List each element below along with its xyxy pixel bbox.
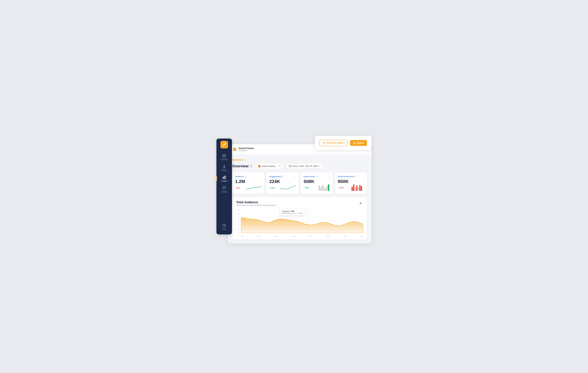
stat-card-brand-awareness: Brand Awareness i ⤢ 950K - 123% (335, 172, 367, 194)
sidebar-item-label-help: Help (222, 228, 226, 230)
chart-subtitle: Total audience growth during the reporti… (236, 204, 276, 206)
analytics-section-label: Analytics i (232, 158, 367, 161)
date-range-text: Nov 21, 2023 - Dec 10, 2024 (292, 165, 317, 167)
analytics-label-text: Analytics (232, 158, 243, 161)
engagement-expand-icon[interactable]: ⤢ (294, 175, 296, 178)
svg-rect-12 (224, 177, 225, 179)
svg-rect-11 (223, 177, 223, 179)
stats-row: Audience i → 1.2M - 25% (232, 172, 367, 194)
chart-y-axis: 60 50 40 30 20 10 0 (236, 209, 240, 233)
stat-card-engagement: Engagement i ⤢ 224K + 25% (266, 172, 298, 194)
brand-value: 950K (338, 179, 364, 184)
sidebar-item-engage[interactable]: Engage (216, 184, 232, 195)
overview-title: Overview i (232, 164, 252, 168)
brand-change: - 123% (338, 187, 344, 189)
schedule-report-button[interactable]: Schedule Report (319, 140, 348, 146)
workspace-label: Workspace (239, 150, 254, 152)
engagement-value: 224K (269, 179, 296, 184)
svg-rect-24 (289, 165, 291, 167)
svg-rect-9 (224, 156, 224, 157)
sidebar-item-label-analyze: Analyze (221, 180, 227, 182)
sidebar-item-help[interactable]: Help (216, 221, 232, 232)
account-icon: f (258, 165, 261, 167)
chart-area-main: Followers: 23K Wednesday, June 17, 2023 (241, 209, 363, 233)
brand-name: Social Champ (239, 147, 254, 150)
date-chevron-icon (319, 165, 321, 167)
clock-icon (323, 142, 325, 144)
sidebar-item-publish[interactable]: Publish (216, 163, 232, 173)
download-icon (353, 142, 356, 144)
audience-value: 1.2M (235, 179, 262, 184)
svg-rect-6 (224, 156, 224, 156)
account-filter[interactable]: f Social Champ ✕ (255, 163, 284, 169)
stat-card-impressions: Impressions i ⤢ 508K + 33% (301, 172, 333, 194)
svg-rect-5 (223, 156, 224, 156)
tooltip-date: Wednesday, June 17, 2023 (282, 212, 303, 214)
sidebar-item-label-engage: Engage (221, 191, 227, 193)
chart-download-button[interactable] (358, 200, 363, 206)
sidebar: Calendar Publish Analyze (216, 139, 232, 234)
app-container: Calendar Publish Analyze (216, 136, 372, 237)
impressions-bars (319, 184, 330, 191)
chart-title: Total Audience (236, 200, 276, 204)
audience-arrow-icon[interactable]: → (260, 175, 262, 178)
impressions-change: + 33% (304, 187, 309, 189)
chart-wrapper: 60 50 40 30 20 10 0 (236, 209, 363, 237)
audience-change: - 25% (235, 187, 240, 189)
analytics-info-icon: i (245, 159, 247, 161)
stat-card-audience: Audience i → 1.2M - 25% (232, 172, 264, 194)
sidebar-item-analyze[interactable]: Analyze (216, 173, 232, 184)
brand-info-icon: i (355, 175, 358, 178)
tooltip-followers-label: Followers: (282, 210, 291, 212)
audience-info-icon: i (245, 175, 247, 178)
date-range-filter[interactable]: Nov 21, 2023 - Dec 10, 2024 (286, 163, 323, 169)
engagement-info-icon: i (282, 175, 284, 178)
main-content: Analytics i Overview i f Social (228, 155, 372, 243)
overview-info-icon: i (250, 165, 252, 167)
total-audience-section: Total Audience Total audience growth dur… (232, 197, 367, 239)
overview-row: Overview i f Social Champ ✕ (232, 163, 367, 169)
chart-x-axis: Jan Feb March April May June July Aug (241, 235, 363, 237)
calendar-icon (289, 165, 291, 167)
chart-tooltip: Followers: 23K Wednesday, June 17, 2023 (280, 209, 304, 215)
export-button[interactable]: Export (350, 140, 367, 146)
svg-rect-13 (225, 176, 226, 179)
tooltip-value: 23K (291, 210, 294, 212)
top-action-card: Schedule Report Export (315, 136, 372, 150)
impressions-label: Impressions i (304, 175, 318, 178)
svg-rect-8 (223, 156, 224, 157)
impressions-expand-icon[interactable]: ⤢ (328, 175, 330, 178)
brand-logo (232, 147, 237, 152)
sidebar-logo[interactable] (220, 141, 228, 148)
filter-account-name: Social Champ (262, 165, 275, 167)
main-panel: Social Champ Workspace ⌄ Analytics i Ove… (228, 144, 372, 243)
sidebar-item-label-publish: Publish (221, 169, 227, 171)
audience-label: Audience i (235, 175, 247, 178)
svg-point-37 (307, 224, 309, 226)
filter-remove-btn[interactable]: ✕ (276, 165, 278, 167)
schedule-report-label: Schedule Report (326, 142, 344, 144)
engagement-sparkline (280, 184, 296, 191)
dropdown-chevron-icon (279, 165, 281, 167)
impressions-value: 508K (304, 179, 330, 184)
audience-sparkline (246, 184, 262, 191)
brand-expand-icon[interactable]: ⤢ (363, 175, 364, 178)
engagement-change: + 25% (269, 187, 274, 189)
brand-chevron-icon[interactable]: ⌄ (256, 148, 257, 151)
chart-download-icon (359, 202, 362, 204)
sidebar-item-label-calendar: Calendar (221, 159, 228, 161)
brand-awareness-label: Brand Awareness i (338, 175, 358, 178)
svg-rect-7 (225, 156, 225, 156)
impressions-info-icon: i (316, 175, 318, 178)
engagement-label: Engagement i (269, 175, 284, 178)
svg-point-17 (224, 226, 224, 226)
export-label: Export (357, 142, 364, 144)
sidebar-item-calendar[interactable]: Calendar (216, 152, 232, 163)
brand-bars (352, 184, 364, 191)
